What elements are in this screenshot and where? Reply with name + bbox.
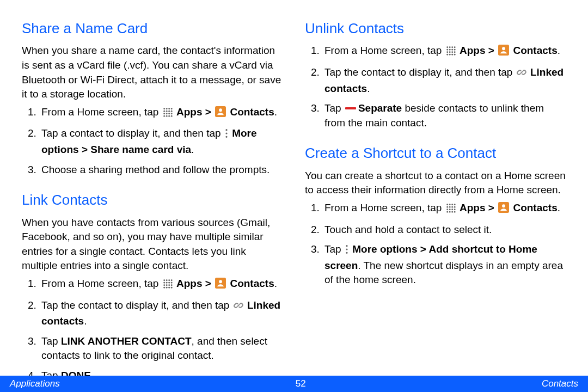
link-chain-icon [234, 300, 243, 315]
link-another-contact-label: LINK ANOTHER CONTACT [61, 335, 192, 347]
shortcut-step-3: Tap More options > Add shortcut to Home … [322, 242, 566, 287]
separate-minus-icon [345, 107, 356, 109]
apps-label: Apps > [176, 106, 211, 118]
apps-label: Apps > [176, 278, 211, 289]
apps-label: Apps > [460, 45, 494, 56]
contacts-icon [498, 202, 509, 217]
footer-left: Applications [10, 377, 60, 390]
contacts-icon [215, 278, 226, 293]
apps-grid-icon [446, 45, 456, 60]
link-steps: From a Home screen, tap Apps > Contacts.… [22, 277, 283, 383]
contacts-icon [215, 106, 226, 121]
footer-page: 52 [296, 377, 306, 390]
share-step-3: Choose a sharing method and follow the p… [39, 163, 283, 177]
link-step-2: Tap the contact to display it, and then … [39, 298, 283, 329]
link-step-1: From a Home screen, tap Apps > Contacts. [39, 277, 283, 293]
heading-create-shortcut: Create a Shortcut to a Contact [305, 143, 566, 163]
contacts-label: Contacts [513, 45, 557, 56]
unlink-step-3: Tap Separate beside contacts to unlink t… [322, 101, 566, 130]
shortcut-steps: From a Home screen, tap Apps > Contacts.… [305, 201, 566, 287]
more-options-icon [345, 244, 348, 259]
apps-label: Apps > [460, 202, 494, 213]
contacts-icon [498, 45, 509, 60]
apps-grid-icon [163, 107, 173, 121]
left-column: Share a Name Card When you share a name … [22, 16, 283, 348]
separate-label: Separate [358, 102, 402, 114]
heading-share-name-card: Share a Name Card [22, 19, 283, 38]
footer-right: Contacts [542, 377, 578, 390]
shortcut-step-2: Touch and hold a contact to select it. [322, 223, 566, 237]
unlink-step-1: From a Home screen, tap Apps > Contacts. [322, 44, 566, 60]
link-chain-icon [517, 67, 526, 82]
share-step-1: From a Home screen, tap Apps > Contacts. [39, 105, 283, 121]
page-footer: Applications 52 Contacts [0, 376, 588, 392]
more-options-icon [225, 128, 228, 143]
right-column: Unlink Contacts From a Home screen, tap … [305, 16, 566, 348]
unlink-step-2: Tap the contact to display it, and then … [322, 65, 566, 96]
heading-link-contacts: Link Contacts [22, 190, 283, 210]
share-intro: When you share a name card, the contact'… [22, 44, 283, 101]
unlink-steps: From a Home screen, tap Apps > Contacts.… [305, 44, 566, 130]
share-steps: From a Home screen, tap Apps > Contacts.… [22, 105, 283, 177]
contacts-label: Contacts [513, 202, 557, 213]
contacts-label: Contacts [230, 106, 274, 118]
share-step-2: Tap a contact to display it, and then ta… [39, 126, 283, 157]
apps-grid-icon [163, 278, 173, 293]
shortcut-step-1: From a Home screen, tap Apps > Contacts. [322, 201, 566, 217]
link-intro: When you have contacts from various sour… [22, 216, 283, 273]
link-step-3: Tap LINK ANOTHER CONTACT, and then selec… [39, 334, 283, 363]
shortcut-intro: You can create a shortcut to a contact o… [305, 169, 566, 198]
apps-grid-icon [446, 203, 456, 217]
heading-unlink-contacts: Unlink Contacts [305, 19, 566, 38]
contacts-label: Contacts [230, 278, 274, 289]
